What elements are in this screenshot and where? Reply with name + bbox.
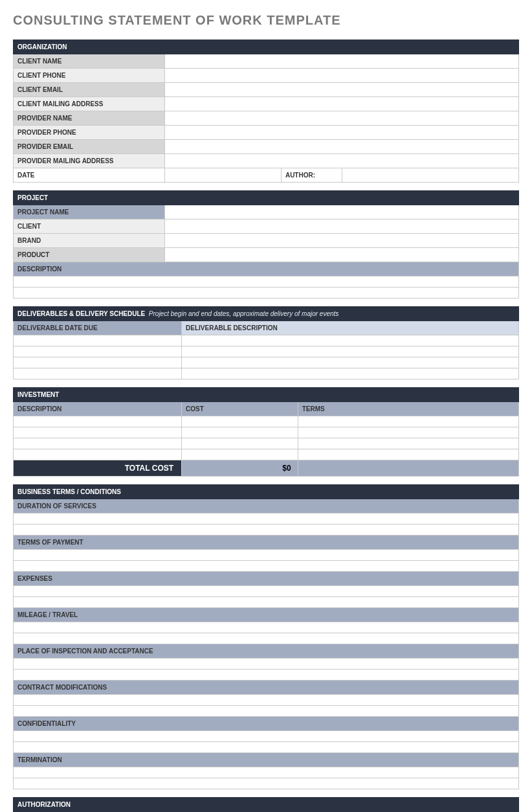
deliv-date-3[interactable] bbox=[14, 368, 182, 379]
value-provider-phone[interactable] bbox=[165, 126, 519, 140]
inv-desc-3[interactable] bbox=[14, 449, 182, 460]
terms-value-3b[interactable] bbox=[14, 633, 519, 644]
terms-value-1a[interactable] bbox=[14, 550, 519, 561]
value-provider-mailing[interactable] bbox=[165, 154, 519, 168]
deliv-date-1[interactable] bbox=[14, 346, 182, 357]
label-client-mailing: CLIENT MAILING ADDRESS bbox=[14, 97, 165, 111]
terms-value-7b[interactable] bbox=[14, 778, 519, 789]
terms-value-5b[interactable] bbox=[14, 706, 519, 717]
terms-label-5: CONTRACT MODIFICATIONS bbox=[14, 681, 519, 695]
label-provider-name: PROVIDER NAME bbox=[14, 111, 165, 126]
col-inv-terms: TERMS bbox=[298, 402, 518, 416]
label-brand: BRAND bbox=[14, 234, 165, 248]
terms-label-2: EXPENSES bbox=[14, 572, 519, 586]
investment-header: INVESTMENT bbox=[14, 388, 519, 402]
terms-label-7: TERMINATION bbox=[14, 753, 519, 767]
value-project-name[interactable] bbox=[165, 205, 519, 220]
terms-value-4a[interactable] bbox=[14, 659, 519, 670]
investment-table: INVESTMENT DESCRIPTION COST TERMS TOTAL … bbox=[13, 387, 519, 477]
col-deliverable-desc: DELIVERABLE DESCRIPTION bbox=[182, 321, 519, 335]
value-author[interactable] bbox=[342, 168, 518, 183]
terms-value-4b[interactable] bbox=[14, 670, 519, 681]
label-project-client: CLIENT bbox=[14, 220, 165, 234]
inv-cost-2[interactable] bbox=[182, 438, 298, 449]
inv-desc-2[interactable] bbox=[14, 438, 182, 449]
terms-value-0b[interactable] bbox=[14, 524, 519, 536]
total-cost-empty bbox=[298, 460, 518, 477]
terms-value-0a[interactable] bbox=[14, 513, 519, 524]
terms-label-4: PLACE OF INSPECTION AND ACCEPTANCE bbox=[14, 644, 519, 659]
terms-value-3a[interactable] bbox=[14, 622, 519, 633]
value-client-email[interactable] bbox=[165, 83, 519, 97]
label-client-phone: CLIENT PHONE bbox=[14, 69, 165, 83]
terms-value-2a[interactable] bbox=[14, 586, 519, 597]
value-product[interactable] bbox=[165, 248, 519, 262]
value-date[interactable] bbox=[165, 168, 282, 183]
project-header: PROJECT bbox=[14, 191, 519, 205]
deliv-desc-2[interactable] bbox=[182, 357, 519, 368]
deliv-desc-0[interactable] bbox=[182, 335, 519, 346]
terms-value-6a[interactable] bbox=[14, 731, 519, 742]
terms-label-6: CONFIDENTIALITY bbox=[14, 717, 519, 731]
deliv-desc-1[interactable] bbox=[182, 346, 519, 357]
value-client-mailing[interactable] bbox=[165, 97, 519, 111]
label-client-name: CLIENT NAME bbox=[14, 54, 165, 69]
inv-desc-1[interactable] bbox=[14, 427, 182, 438]
total-cost-label: TOTAL COST bbox=[14, 460, 182, 477]
inv-terms-0[interactable] bbox=[298, 416, 518, 427]
deliverables-header: DELIVERABLES & DELIVERY SCHEDULE Project… bbox=[14, 307, 519, 321]
value-brand[interactable] bbox=[165, 234, 519, 248]
value-description-1[interactable] bbox=[14, 276, 519, 288]
inv-desc-0[interactable] bbox=[14, 416, 182, 427]
terms-label-1: TERMS OF PAYMENT bbox=[14, 536, 519, 550]
terms-value-5a[interactable] bbox=[14, 695, 519, 706]
organization-table: ORGANIZATION CLIENT NAME CLIENT PHONE CL… bbox=[13, 39, 519, 183]
terms-table: BUSINESS TERMS / CONDITIONS DURATION OF … bbox=[13, 484, 519, 789]
label-project-name: PROJECT NAME bbox=[14, 205, 165, 220]
terms-value-1b[interactable] bbox=[14, 561, 519, 572]
deliverables-table: DELIVERABLES & DELIVERY SCHEDULE Project… bbox=[13, 306, 519, 379]
label-description: DESCRIPTION bbox=[14, 262, 519, 276]
value-description-2[interactable] bbox=[14, 288, 519, 299]
col-inv-desc: DESCRIPTION bbox=[14, 402, 182, 416]
organization-header: ORGANIZATION bbox=[14, 40, 519, 54]
col-inv-cost: COST bbox=[182, 402, 298, 416]
value-provider-name[interactable] bbox=[165, 111, 519, 126]
inv-terms-2[interactable] bbox=[298, 438, 518, 449]
deliv-date-2[interactable] bbox=[14, 357, 182, 368]
inv-terms-1[interactable] bbox=[298, 427, 518, 438]
value-provider-email[interactable] bbox=[165, 140, 519, 154]
label-provider-phone: PROVIDER PHONE bbox=[14, 126, 165, 140]
authorization-table: AUTHORIZATION CLIENT SIGNATURE CLIENT PR… bbox=[13, 797, 519, 812]
deliverables-header-text: DELIVERABLES & DELIVERY SCHEDULE bbox=[17, 310, 145, 317]
authorization-header: AUTHORIZATION bbox=[14, 798, 519, 812]
terms-label-3: MILEAGE / TRAVEL bbox=[14, 608, 519, 622]
value-client-phone[interactable] bbox=[165, 69, 519, 83]
label-provider-email: PROVIDER EMAIL bbox=[14, 140, 165, 154]
terms-header: BUSINESS TERMS / CONDITIONS bbox=[14, 485, 519, 499]
label-product: PRODUCT bbox=[14, 248, 165, 262]
label-author: AUTHOR: bbox=[281, 168, 342, 183]
deliverables-subtext: Project begin and end dates, approximate… bbox=[149, 310, 339, 317]
total-cost-value: $0 bbox=[182, 460, 298, 477]
terms-value-6b[interactable] bbox=[14, 742, 519, 753]
value-project-client[interactable] bbox=[165, 220, 519, 234]
inv-cost-1[interactable] bbox=[182, 427, 298, 438]
col-deliverable-date: DELIVERABLE DATE DUE bbox=[14, 321, 182, 335]
terms-value-7a[interactable] bbox=[14, 767, 519, 778]
inv-cost-0[interactable] bbox=[182, 416, 298, 427]
label-provider-mailing: PROVIDER MAILING ADDRESS bbox=[14, 154, 165, 168]
deliv-desc-3[interactable] bbox=[182, 368, 519, 379]
label-date: DATE bbox=[14, 168, 165, 183]
label-client-email: CLIENT EMAIL bbox=[14, 83, 165, 97]
deliv-date-0[interactable] bbox=[14, 335, 182, 346]
terms-label-0: DURATION OF SERVICES bbox=[14, 499, 519, 513]
value-client-name[interactable] bbox=[165, 54, 519, 69]
inv-terms-3[interactable] bbox=[298, 449, 518, 460]
project-table: PROJECT PROJECT NAME CLIENT BRAND PRODUC… bbox=[13, 190, 519, 299]
inv-cost-3[interactable] bbox=[182, 449, 298, 460]
page-title: CONSULTING STATEMENT OF WORK TEMPLATE bbox=[13, 13, 519, 28]
terms-value-2b[interactable] bbox=[14, 597, 519, 608]
